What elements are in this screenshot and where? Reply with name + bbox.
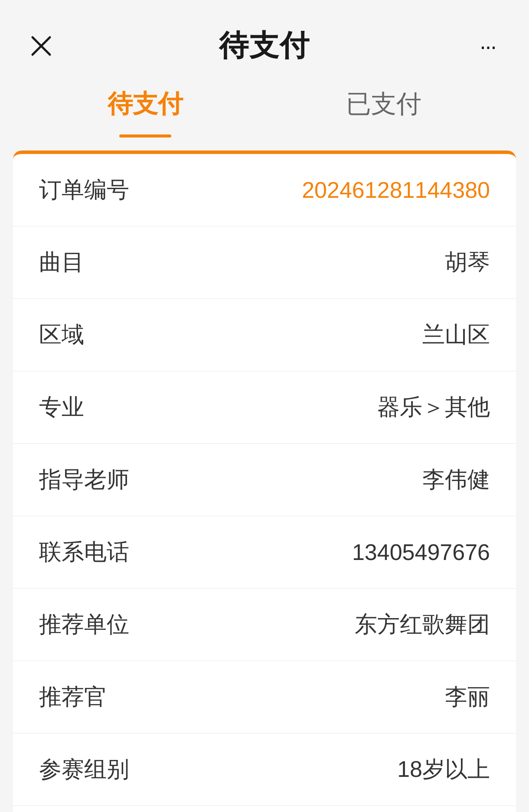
row-label-phone: 联系电话	[39, 537, 129, 567]
row-label-major: 专业	[39, 392, 84, 422]
page-title: 待支付	[219, 26, 310, 65]
tab-pending-underline	[119, 134, 171, 138]
row-value-recommender: 李丽	[445, 682, 490, 712]
row-value-org: 东方红歌舞团	[355, 609, 490, 640]
order-card: 订单编号 202461281144380 曲目 胡琴 区域 兰山区 专业 器乐＞…	[13, 151, 516, 812]
row-value-order-number: 202461281144380	[302, 177, 490, 203]
row-value-teacher: 李伟健	[422, 465, 490, 495]
row-label-group: 参赛组别	[39, 754, 129, 785]
tabs-container: 待支付 已支付	[0, 79, 529, 138]
table-row: 曲目 胡琴	[13, 226, 516, 299]
table-row: 联系电话 13405497676	[13, 516, 516, 589]
tab-paid[interactable]: 已支付	[264, 87, 503, 138]
row-label-region: 区域	[39, 320, 84, 350]
table-row: 推荐官 李丽	[13, 661, 516, 733]
table-row: 区域 兰山区	[13, 299, 516, 371]
tab-paid-label: 已支付	[346, 87, 421, 129]
table-row: 指导老师 李伟健	[13, 444, 516, 516]
table-row: 推荐单位 东方红歌舞团	[13, 589, 516, 661]
table-row: 参赛组别 18岁以上	[13, 733, 516, 806]
tab-pending-label: 待支付	[108, 87, 183, 129]
table-row: 订单编号 202461281144380	[13, 154, 516, 226]
close-button[interactable]	[26, 31, 56, 61]
row-value-major: 器乐＞其他	[377, 392, 490, 422]
header: 待支付 ···	[0, 0, 529, 79]
tab-pending[interactable]: 待支付	[26, 87, 264, 138]
row-label-recommender: 推荐官	[39, 682, 107, 712]
row-value-group: 18岁以上	[397, 754, 490, 785]
tab-paid-underline	[358, 134, 410, 138]
page-container: 待支付 ··· 待支付 已支付 订单编号 202461281144380 曲目 …	[0, 0, 529, 812]
row-value-region: 兰山区	[422, 320, 490, 350]
table-row: 专业 器乐＞其他	[13, 371, 516, 444]
row-label-music: 曲目	[39, 247, 84, 278]
row-label-teacher: 指导老师	[39, 465, 129, 495]
row-label-order-number: 订单编号	[39, 175, 129, 205]
table-row: 节目人数 单人节目	[13, 806, 516, 812]
more-button[interactable]: ···	[473, 31, 503, 61]
row-value-music: 胡琴	[445, 247, 490, 278]
row-value-phone: 13405497676	[352, 539, 490, 565]
row-label-org: 推荐单位	[39, 609, 129, 640]
